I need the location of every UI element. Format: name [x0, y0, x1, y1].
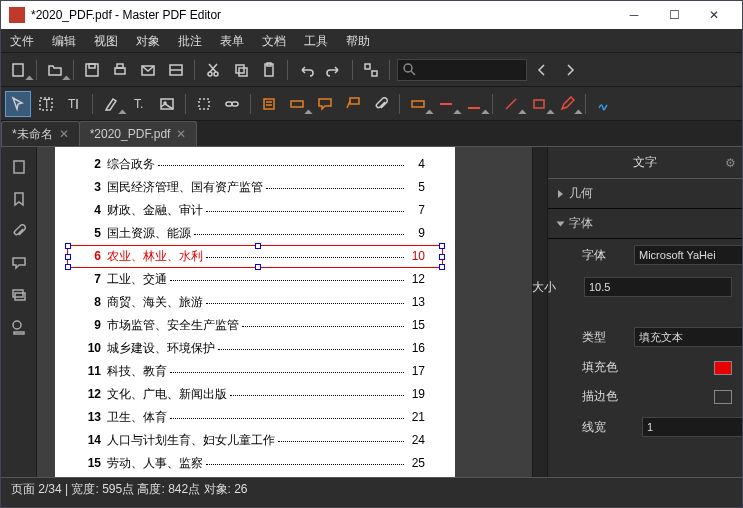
open-button[interactable] [42, 57, 68, 83]
svg-text:T.: T. [134, 97, 143, 111]
fit-page-button[interactable] [358, 57, 384, 83]
save-button[interactable] [79, 57, 105, 83]
image-tool[interactable] [154, 91, 180, 117]
rect-select-tool[interactable] [191, 91, 217, 117]
type-input[interactable] [634, 327, 743, 347]
svg-rect-38 [14, 161, 24, 173]
toc-row[interactable]: 10城乡建设、环境保护16 [85, 337, 425, 360]
svg-rect-10 [236, 65, 244, 73]
menu-view[interactable]: 视图 [85, 29, 127, 53]
canvas[interactable]: 2综合政务43国民经济管理、国有资产监管54财政、金融、审计75国土资源、能源9… [37, 147, 532, 477]
bookmarks-panel-button[interactable] [7, 187, 31, 211]
toc-row[interactable]: 2综合政务4 [85, 153, 425, 176]
toc-row[interactable]: 6农业、林业、水利10 [85, 245, 425, 268]
toc-row[interactable]: 3国民经济管理、国有资产监管5 [85, 176, 425, 199]
toc-row[interactable]: 5国土资源、能源9 [85, 222, 425, 245]
search-panel-button[interactable] [7, 315, 31, 339]
toc-row[interactable]: 7工业、交通12 [85, 268, 425, 291]
section-font[interactable]: 字体 [548, 209, 742, 239]
search-prev-button[interactable] [529, 57, 555, 83]
attach-tool[interactable] [368, 91, 394, 117]
note-tool[interactable] [256, 91, 282, 117]
rect-tool[interactable] [526, 91, 552, 117]
toc-row[interactable]: 4财政、金融、审计7 [85, 199, 425, 222]
new-file-button[interactable] [5, 57, 31, 83]
toc-row[interactable]: 12文化、广电、新闻出版19 [85, 383, 425, 406]
status-text: 页面 2/34 | 宽度: 595点 高度: 842点 对象: 26 [11, 481, 248, 498]
pencil-tool[interactable] [554, 91, 580, 117]
panel-header: 文字⚙ [548, 147, 742, 179]
toc-row[interactable]: 16公安、安全、司法27 [85, 475, 425, 477]
undo-button[interactable] [293, 57, 319, 83]
menu-file[interactable]: 文件 [1, 29, 43, 53]
redo-button[interactable] [321, 57, 347, 83]
callout-tool[interactable] [340, 91, 366, 117]
line-tool[interactable] [498, 91, 524, 117]
statusbar: 页面 2/34 | 宽度: 595点 高度: 842点 对象: 26 [1, 477, 742, 501]
search-next-button[interactable] [557, 57, 583, 83]
size-input[interactable] [584, 277, 732, 297]
link-tool[interactable] [219, 91, 245, 117]
menu-document[interactable]: 文档 [253, 29, 295, 53]
fill-label: 填充色 [582, 359, 626, 376]
sign-tool[interactable] [591, 91, 617, 117]
minimize-button[interactable]: ─ [614, 1, 654, 29]
copy-button[interactable] [228, 57, 254, 83]
toc-row[interactable]: 13卫生、体育21 [85, 406, 425, 429]
tab-label: *2020_PDF.pdf [90, 127, 171, 141]
cut-button[interactable] [200, 57, 226, 83]
attachments-panel-button[interactable] [7, 219, 31, 243]
underline-tool[interactable] [461, 91, 487, 117]
type-label: 类型 [582, 329, 626, 346]
toc-row[interactable]: 14人口与计划生育、妇女儿童工作24 [85, 429, 425, 452]
toc-row[interactable]: 9市场监管、安全生产监管15 [85, 314, 425, 337]
tab-untitled[interactable]: *未命名✕ [1, 121, 80, 146]
vertical-scrollbar[interactable] [532, 147, 547, 477]
menu-edit[interactable]: 编辑 [43, 29, 85, 53]
menu-tools[interactable]: 工具 [295, 29, 337, 53]
menu-annotate[interactable]: 批注 [169, 29, 211, 53]
linewidth-input[interactable] [642, 417, 743, 437]
paste-button[interactable] [256, 57, 282, 83]
layers-panel-button[interactable] [7, 283, 31, 307]
scan-button[interactable] [163, 57, 189, 83]
edit-toolbar: T T T. [1, 87, 742, 121]
print-button[interactable] [107, 57, 133, 83]
select-tool[interactable] [5, 91, 31, 117]
fill-color-chip[interactable] [714, 361, 732, 375]
toc-row[interactable]: 8商贸、海关、旅游13 [85, 291, 425, 314]
menu-form[interactable]: 表单 [211, 29, 253, 53]
strikeout-tool[interactable] [433, 91, 459, 117]
close-icon[interactable]: ✕ [176, 127, 186, 141]
email-button[interactable] [135, 57, 161, 83]
insert-text-tool[interactable]: T. [126, 91, 152, 117]
svg-point-16 [404, 64, 412, 72]
svg-rect-37 [534, 100, 544, 108]
highlight-tool[interactable] [98, 91, 124, 117]
comments-panel-button[interactable] [7, 251, 31, 275]
edit-text-tool[interactable]: T [61, 91, 87, 117]
close-button[interactable]: ✕ [694, 1, 734, 29]
svg-rect-27 [232, 102, 238, 106]
menu-help[interactable]: 帮助 [337, 29, 379, 53]
tab-pdf[interactable]: *2020_PDF.pdf✕ [79, 121, 198, 146]
stroke-color-chip[interactable] [714, 390, 732, 404]
toc-row[interactable]: 11科技、教育17 [85, 360, 425, 383]
svg-rect-4 [117, 64, 123, 68]
stamp-tool[interactable] [284, 91, 310, 117]
comment-tool[interactable] [312, 91, 338, 117]
toc-row[interactable]: 15劳动、人事、监察25 [85, 452, 425, 475]
section-geometry[interactable]: 几何 [548, 179, 742, 209]
thumbnails-panel-button[interactable] [7, 155, 31, 179]
maximize-button[interactable]: ☐ [654, 1, 694, 29]
svg-rect-33 [412, 101, 424, 107]
tab-label: *未命名 [12, 126, 53, 143]
highlight-text-tool[interactable] [405, 91, 431, 117]
text-tool[interactable]: T [33, 91, 59, 117]
settings-icon[interactable]: ⚙ [725, 156, 736, 170]
close-icon[interactable]: ✕ [59, 127, 69, 141]
search-input[interactable] [397, 59, 527, 81]
menu-object[interactable]: 对象 [127, 29, 169, 53]
svg-rect-15 [372, 71, 377, 76]
font-input[interactable] [634, 245, 743, 265]
